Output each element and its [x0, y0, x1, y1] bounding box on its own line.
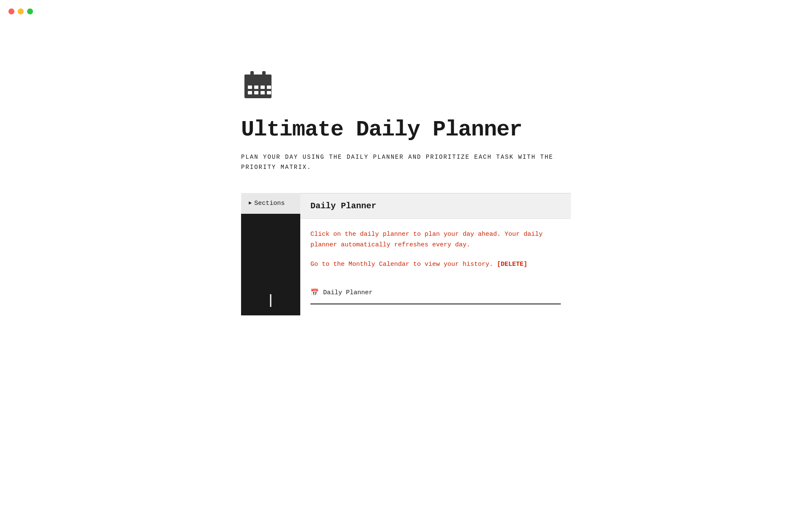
svg-rect-5 [248, 86, 252, 89]
section-body: Click on the daily planner to plan your … [300, 219, 571, 305]
svg-rect-4 [262, 71, 266, 78]
page-subtitle: PLAN YOUR DAY USING THE DAILY PLANNER AN… [241, 152, 571, 173]
section-description-1: Click on the daily planner to plan your … [310, 229, 561, 251]
maximize-button[interactable] [27, 8, 33, 14]
traffic-lights [8, 8, 33, 14]
svg-rect-12 [267, 91, 271, 94]
svg-rect-2 [244, 80, 272, 82]
calendar-icon [241, 68, 275, 102]
planner-link-icon: 📅 [310, 288, 319, 297]
main-panel: Daily Planner Click on the daily planner… [300, 193, 571, 305]
svg-rect-10 [254, 91, 258, 94]
sidebar-sections-label: Sections [254, 200, 285, 207]
description-2-text: Go to the Monthly Calendar to view your … [310, 261, 493, 268]
sidebar: ► Sections [241, 193, 300, 315]
section-title: Daily Planner [310, 201, 376, 211]
daily-planner-link[interactable]: 📅 Daily Planner [310, 282, 561, 304]
svg-rect-9 [248, 91, 252, 94]
svg-rect-7 [261, 86, 265, 89]
close-button[interactable] [8, 8, 14, 14]
sidebar-preview-bar [270, 294, 272, 307]
section-description-2: Go to the Monthly Calendar to view your … [310, 259, 561, 270]
svg-rect-8 [267, 86, 271, 89]
svg-rect-6 [254, 86, 258, 89]
sidebar-preview [241, 214, 300, 315]
calendar-icon-wrapper [241, 68, 571, 104]
sidebar-sections-toggle[interactable]: ► Sections [241, 193, 300, 214]
svg-rect-11 [261, 91, 265, 94]
planner-link-text: Daily Planner [323, 289, 373, 296]
delete-link[interactable]: [DELETE] [497, 261, 527, 268]
section-header: Daily Planner [300, 193, 571, 219]
minimize-button[interactable] [18, 8, 24, 14]
svg-rect-3 [250, 71, 254, 78]
main-content: Ultimate Daily Planner PLAN YOUR DAY USI… [173, 0, 639, 341]
page-title: Ultimate Daily Planner [241, 117, 571, 142]
two-column-layout: ► Sections Daily Planner Click on the da… [241, 193, 571, 315]
arrow-icon: ► [249, 200, 252, 206]
